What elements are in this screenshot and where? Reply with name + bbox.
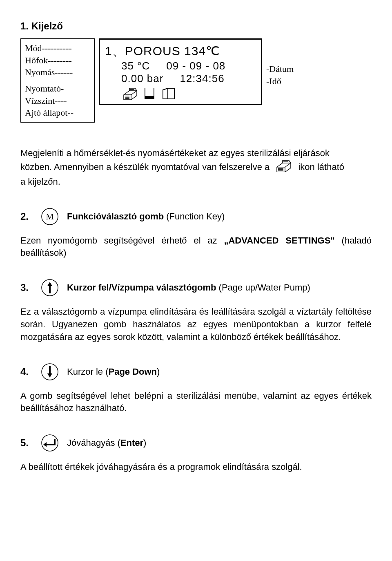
heading-1: 1. Kijelző	[20, 20, 372, 32]
label-waterlevel: Vízszint----	[25, 95, 90, 107]
arrow-up-button-icon	[40, 278, 60, 297]
para2-a: Ezen nyomógomb segítségével érhető el az	[20, 235, 224, 246]
m-button-icon: M	[40, 207, 60, 226]
section-3-header: 3. Kurzor fel/Vízpumpa választógomb (Pag…	[20, 278, 372, 297]
paragraph-5: A beállított értékek jóváhagyására és a …	[20, 461, 372, 474]
label-time: -Idő	[266, 75, 294, 87]
para1-line2-pre: közben. Amennyiben a készülék nyomtatóva…	[20, 162, 270, 172]
section-3-num: 3.	[20, 282, 33, 293]
section-5-title-post: )	[143, 438, 146, 448]
paragraph-1: Megjeleníti a hőmérséklet-és nyomásérték…	[20, 147, 372, 188]
section-5-title-pre: Jóváhagyás (	[67, 438, 120, 448]
section-4-title-bold: Page Down	[108, 367, 157, 377]
display-overview-row: Mód---------- Hőfok-------- Nyomás------…	[20, 38, 372, 123]
enter-button-icon	[40, 433, 60, 453]
para1-line2-post: ikon látható	[298, 162, 344, 172]
svg-text:M: M	[46, 211, 54, 221]
label-door: Ajtó állapot--	[25, 107, 90, 119]
section-5-title-bold: Enter	[120, 438, 143, 448]
display-temp: 35 °C	[121, 60, 150, 72]
para1-line1: Megjeleníti a hőmérséklet-és nyomásérték…	[20, 148, 330, 158]
label-temp: Hőfok--------	[25, 54, 90, 67]
section-2-title-rest: (Function Key)	[164, 211, 225, 221]
para1-line3: a kijelzőn.	[20, 177, 60, 187]
svg-rect-1	[168, 88, 174, 99]
left-labels-box: Mód---------- Hőfok-------- Nyomás------…	[20, 38, 95, 123]
label-date: -Dátum	[266, 63, 294, 75]
section-2-title: Funkcióválasztó gomb (Function Key)	[67, 211, 225, 222]
section-4-title-pre: Kurzor le (	[67, 367, 108, 377]
display-date: 09 - 09 - 08	[166, 60, 225, 72]
display-time: 12:34:56	[180, 72, 224, 85]
display-pressure: 0.00 bar	[121, 72, 163, 85]
lcd-display: 1、POROUS 134℃ 35 °C 09 - 09 - 08 0.00 ba…	[99, 38, 262, 105]
paragraph-4: A gomb segítségével lehet belépni a ster…	[20, 390, 372, 415]
printer-icon	[121, 87, 138, 101]
para2-b: „ADVANCED SETTINGS"	[224, 235, 334, 246]
section-4-num: 4.	[20, 366, 33, 378]
section-5-num: 5.	[20, 437, 33, 449]
section-4-title: Kurzor le (Page Down)	[67, 367, 160, 377]
section-2-num: 2.	[20, 211, 33, 222]
water-level-icon	[143, 87, 156, 101]
section-3-title-bold: Kurzor fel/Vízpumpa választógomb	[67, 282, 216, 293]
paragraph-2: Ezen nyomógomb segítségével érhető el az…	[20, 235, 372, 260]
arrow-down-button-icon	[40, 362, 60, 382]
printer-icon-inline	[274, 160, 293, 176]
display-line1: 1、POROUS 134℃	[105, 43, 256, 60]
section-3-title: Kurzor fel/Vízpumpa választógomb (Page u…	[67, 282, 310, 293]
right-labels: -Dátum -Idő	[266, 63, 294, 87]
section-2-header: 2. M Funkcióválasztó gomb (Function Key)	[20, 207, 372, 226]
paragraph-3: Ez a választógomb a vízpumpa elindításár…	[20, 306, 372, 343]
label-printer: Nyomtató-	[25, 83, 90, 95]
section-4-title-post: )	[157, 367, 160, 377]
section-4-header: 4. Kurzor le (Page Down)	[20, 362, 372, 382]
section-2-title-bold: Funkcióválasztó gomb	[67, 211, 164, 221]
section-5-title: Jóváhagyás (Enter)	[67, 438, 146, 448]
door-icon	[160, 87, 176, 101]
label-pressure: Nyomás------	[25, 66, 90, 78]
section-5-header: 5. Jóváhagyás (Enter)	[20, 433, 372, 453]
section-3-title-rest: (Page up/Water Pump)	[216, 282, 310, 293]
label-mode: Mód----------	[25, 42, 90, 54]
svg-rect-0	[145, 96, 154, 99]
